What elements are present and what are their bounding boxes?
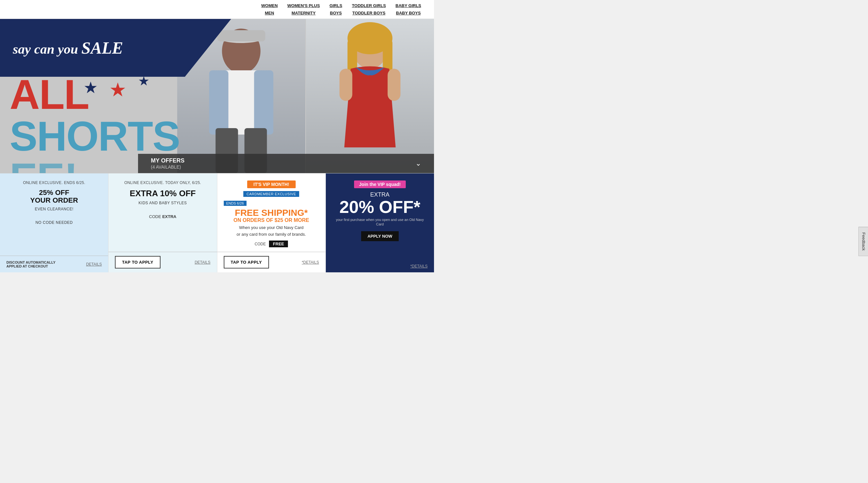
offer-4-details-link[interactable]: *DETAILS	[410, 264, 428, 269]
offer-1-footer: DISCOUNT AUTOMATICALLYAPPLIED AT CHECKOU…	[0, 255, 108, 272]
nav-links: WOMEN WOMEN'S PLUS GIRLS TODDLER GIRLS B…	[261, 3, 421, 16]
offers-section: ONLINE EXCLUSIVE. ENDS 6/25. 25% OFFYOUR…	[0, 173, 434, 272]
offer-card-1: ONLINE EXCLUSIVE. ENDS 6/25. 25% OFFYOUR…	[0, 174, 108, 272]
offer-3-ends-badge: ENDS 6/26	[224, 201, 247, 206]
offer-3-free-sub: ON ORDERS OF $25 OR MORE	[224, 217, 319, 223]
offer-card-3: IT'S VIP MONTH! CARDMEMBER EXCLUSIVE END…	[217, 174, 326, 272]
svg-rect-7	[217, 30, 266, 41]
offer-1-no-code: NO CODE NEEDED	[6, 220, 102, 225]
nav-maternity[interactable]: MATERNITY	[287, 10, 320, 16]
nav-men[interactable]: MEN	[261, 10, 278, 16]
nav-womens-plus[interactable]: WOMEN'S PLUS	[287, 3, 320, 8]
offer-4-apply-button[interactable]: APPLY NOW	[361, 231, 399, 241]
svg-rect-3	[254, 70, 274, 134]
offer-4-big-number: 20% OFF*	[332, 198, 428, 215]
my-offers-bar[interactable]: MY OFFERS (4 AVAILABLE) ⌄	[138, 154, 434, 173]
nav-baby-boys[interactable]: BABY BOYS	[396, 10, 421, 16]
hero-banner: say can you SALE ★ ★ ★ ALL SHORTS EE!	[0, 19, 434, 173]
hero-shorts-text: SHORTS	[10, 115, 180, 157]
offer-3-code-label: CODE	[254, 242, 266, 246]
offer-2-tap-button[interactable]: TAP TO APPLY	[115, 256, 160, 269]
offer-2-body: ONLINE EXCLUSIVE. TODAY ONLY, 6/25. EXTR…	[108, 174, 217, 252]
chevron-down-icon: ⌄	[415, 159, 421, 168]
offer-4-vip-sub: your first purchase when you open and us…	[332, 217, 428, 227]
my-offers-count: (4 AVAILABLE)	[151, 164, 181, 170]
offer-2-subtitle: ONLINE EXCLUSIVE. TODAY ONLY, 6/25.	[115, 180, 210, 185]
offer-3-free-desc1: When you use your Old Navy Card	[224, 225, 319, 230]
offer-2-code: CODE EXTRA	[115, 214, 210, 219]
offer-3-code-area: CODE FREE	[224, 239, 319, 247]
offer-3-code-value: FREE	[269, 241, 288, 247]
offer-3-free-shipping: FREE SHIPPING*	[224, 208, 319, 217]
offer-2-sub1: KIDS AND BABY STYLES	[115, 201, 210, 205]
offer-2-footer: TAP TO APPLY DETAILS	[108, 252, 217, 272]
nav-toddler-girls[interactable]: TODDLER GIRLS	[352, 3, 386, 8]
offer-2-main-title: EXTRA 10% OFF	[115, 189, 210, 198]
offer-3-footer: TAP TO APPLY *DETAILS	[217, 252, 326, 272]
offer-1-auto-applied: DISCOUNT AUTOMATICALLYAPPLIED AT CHECKOU…	[6, 261, 56, 268]
offer-2-code-value: EXTRA	[162, 214, 176, 219]
offer-3-vip-badge: IT'S VIP MONTH!	[247, 180, 296, 188]
nav-toddler-boys[interactable]: TODDLER BOYS	[352, 10, 386, 16]
svg-rect-2	[209, 70, 228, 134]
nav-baby-girls[interactable]: BABY GIRLS	[396, 3, 421, 8]
offer-1-subtitle: ONLINE EXCLUSIVE. ENDS 6/25.	[6, 180, 102, 185]
svg-rect-12	[340, 69, 352, 101]
offer-4-body: Join the VIP squad! EXTRA 20% OFF* your …	[326, 174, 434, 260]
offer-1-main-title: 25% OFFYOUR ORDER	[6, 189, 102, 204]
offer-1-sub1: EVEN CLEARANCE!	[6, 207, 102, 211]
nav-women[interactable]: WOMEN	[261, 3, 278, 8]
offer-4-vip-squad: Join the VIP squad!	[354, 180, 406, 188]
offer-3-free-desc2: or any card from our family of brands.	[224, 232, 319, 237]
star-blue-right-icon: ★	[138, 73, 150, 88]
hero-woman-photo	[306, 19, 434, 173]
nav-boys[interactable]: BOYS	[329, 10, 342, 16]
hero-photos	[177, 19, 434, 173]
offer-3-cardmember: CARDMEMBER EXCLUSIVE	[243, 191, 299, 197]
offer-card-2: ONLINE EXCLUSIVE. TODAY ONLY, 6/25. EXTR…	[108, 174, 217, 272]
my-offers-text-group: MY OFFERS (4 AVAILABLE)	[151, 157, 185, 170]
my-offers-title: MY OFFERS	[151, 157, 185, 164]
offer-3-tap-button[interactable]: TAP TO APPLY	[224, 256, 269, 269]
offer-1-body: ONLINE EXCLUSIVE. ENDS 6/25. 25% OFFYOUR…	[0, 174, 108, 255]
nav-bar: WOMEN WOMEN'S PLUS GIRLS TODDLER GIRLS B…	[0, 0, 434, 19]
star-red-icon: ★	[109, 78, 126, 101]
offer-3-body: IT'S VIP MONTH! CARDMEMBER EXCLUSIVE END…	[217, 174, 326, 252]
svg-rect-13	[388, 69, 401, 101]
offer-2-details-link[interactable]: DETAILS	[194, 260, 210, 265]
star-blue-left-icon: ★	[84, 78, 98, 97]
offer-4-footer: *DETAILS	[326, 260, 434, 272]
offer-1-details-link[interactable]: DETAILS	[86, 262, 102, 267]
offer-card-4: Join the VIP squad! EXTRA 20% OFF* your …	[326, 174, 434, 272]
nav-girls[interactable]: GIRLS	[329, 3, 342, 8]
hero-sale-text: say can you SALE	[13, 38, 123, 58]
offer-3-details-link[interactable]: *DETAILS	[302, 260, 319, 265]
